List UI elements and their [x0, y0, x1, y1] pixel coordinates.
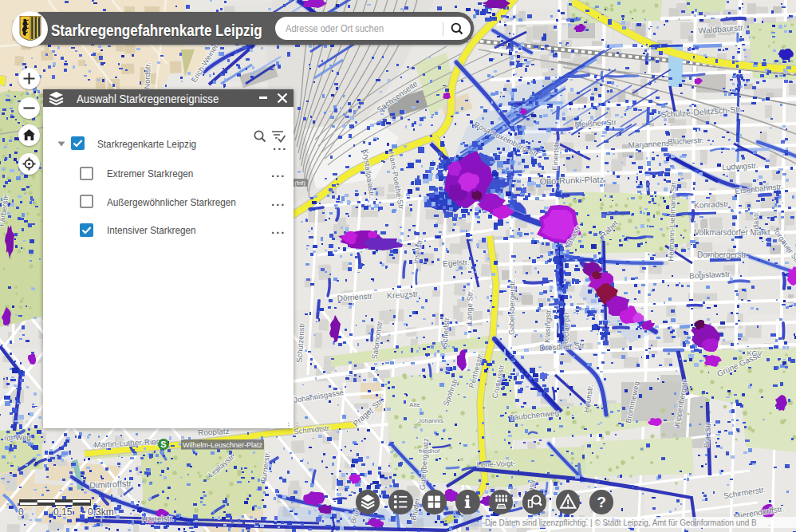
- svg-text:Egelstr.: Egelstr.: [443, 258, 470, 268]
- svg-text:Klasingstr.: Klasingstr.: [542, 308, 553, 343]
- svg-text:Lange Str.: Lange Str.: [464, 290, 475, 325]
- svg-text:Idastr.: Idastr.: [751, 211, 760, 231]
- svg-text:Härtelstr.: Härtelstr.: [142, 514, 175, 524]
- svg-text:Wilhelm-Leuschner-Platz: Wilhelm-Leuschner-Platz: [183, 441, 263, 449]
- svg-text:KGV: KGV: [747, 349, 762, 357]
- svg-text:(fnf): (fnf): [294, 179, 305, 187]
- svg-text:?: ?: [597, 494, 606, 510]
- svg-text:Nordstr.: Nordstr.: [142, 62, 152, 89]
- svg-text:Gabelsbergerstr.: Gabelsbergerstr.: [506, 279, 516, 335]
- svg-text:Ludwigstr.: Ludwigstr.: [722, 161, 759, 171]
- svg-text:S: S: [160, 439, 166, 449]
- svg-text:Einertstr.: Einertstr.: [550, 140, 561, 171]
- svg-text:rdt-Weg: rdt-Weg: [4, 432, 31, 442]
- svg-text:Johannis: Johannis: [418, 417, 443, 424]
- svg-text:Alte: Alte: [409, 401, 420, 408]
- svg-text:Lene-Voigt-: Lene-Voigt-: [476, 459, 515, 469]
- svg-text:Blücherstr.: Blücherstr.: [668, 136, 703, 146]
- svg-text:Dornbergerstr.: Dornbergerstr.: [697, 250, 748, 259]
- svg-text:friedhof: friedhof: [419, 447, 440, 455]
